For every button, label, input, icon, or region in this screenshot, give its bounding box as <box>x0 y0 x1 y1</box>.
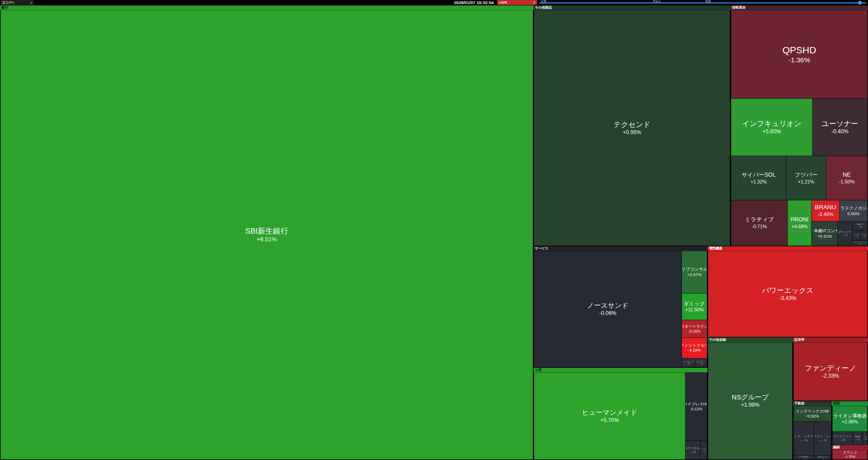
tile-change-pct: -3.43% <box>779 295 796 301</box>
tile-name: 辻・本郷ITコンサル <box>811 228 838 234</box>
live-mode-dropdown[interactable]: LIVE ∨ <box>497 0 537 5</box>
sector-header-other-products: その他製品 <box>533 5 731 10</box>
tile-clinifar[interactable]: クリニファー-.-% <box>832 432 853 445</box>
tile-porto-list[interactable]: ポルトリスト-.-% <box>853 230 861 240</box>
tile-sharing[interactable]: シェアリング-.-% <box>700 441 707 460</box>
tile-name: サイブレスHD <box>685 402 707 407</box>
tile-change-pct: -1.50% <box>839 179 855 185</box>
tile-cybress-hd[interactable]: サイブレスHD-0.12% <box>685 372 707 441</box>
tile-name: ノースサンド <box>587 301 629 310</box>
tile-jwave[interactable]: ジェイウェイブ-.-% <box>682 358 695 367</box>
tile-name: ギミック <box>684 300 705 307</box>
tile-name: NSグループ <box>732 393 769 402</box>
tile-tane-c[interactable]: tane-C-.-% <box>853 221 868 230</box>
tile-name: ユーソナー <box>821 119 858 128</box>
tile-name: QPSHD <box>783 44 816 56</box>
tile-cyber-sol[interactable]: サイバーSOL+1.32% <box>731 156 786 200</box>
tile-name: Jセキュリティ <box>838 230 853 234</box>
tile-change-pct: -.-% <box>821 458 824 460</box>
tile-name: ミラティブ <box>745 216 774 224</box>
tile-hutzper[interactable]: フツパー+1.21% <box>786 156 826 200</box>
tile-actobi[interactable]: アクトビ-.-% <box>861 230 868 240</box>
sector-header-info-communication: 情報通信 <box>731 5 868 10</box>
session-timeline-slider[interactable]: 前場昼休み後場 <box>539 0 866 5</box>
sector-header-securities: 証券等 <box>793 338 868 342</box>
tile-name: MJE <box>855 435 860 438</box>
tile-change-pct: +0.92% <box>806 414 819 418</box>
timeline-track[interactable] <box>539 2 866 4</box>
view-select-dropdown[interactable]: 直近IPO ∨ <box>1 0 33 5</box>
tile-lion-jimuki[interactable]: ライオン事務器+2.88% <box>832 406 868 432</box>
tile-change-pct: +0.21% <box>817 234 832 239</box>
tile-name: テラテクノロジー <box>840 206 868 211</box>
top-toolbar: 直近IPO ∨ 2026/01/07 15:32:04 LIVE ∨ 前場昼休み… <box>0 0 868 5</box>
sector-header-retail: 小売 <box>533 368 708 372</box>
timeline-label-昼休み: 昼休み <box>653 0 661 3</box>
tile-change-pct: -4.19% <box>688 348 701 353</box>
tile-change-pct: +1.98% <box>741 402 760 408</box>
tile-sbi-shinsei-bank[interactable]: SBI新生銀行+6.51% <box>0 10 533 460</box>
tile-terra-technology[interactable]: テラテクノロジー0.00% <box>840 200 868 221</box>
tile-name: NE <box>843 171 851 178</box>
market-timestamp: 2026/01/07 15:32:04 <box>454 0 494 5</box>
tile-ne[interactable]: NE-1.50% <box>826 156 868 200</box>
tile-tsuji-hongo-it[interactable]: 辻・本郷ITコンサル+0.21% <box>811 221 838 246</box>
tile-gimmick[interactable]: ギミック+11.50% <box>682 293 707 320</box>
tile-proni[interactable]: PRONI+4.68% <box>788 200 811 246</box>
tile-power-x[interactable]: パワーエックス-3.43% <box>708 251 868 337</box>
tile-classico[interactable]: クラシコ-1.75% <box>832 450 868 460</box>
tile-name: SBI新生銀行 <box>245 226 288 236</box>
tile-change-pct: +2.67% <box>687 272 702 277</box>
tile-change-pct: +4.68% <box>792 224 808 230</box>
tile-change-pct: -.-% <box>686 363 690 365</box>
tile-northsand[interactable]: ノースサンド-0.06% <box>534 251 682 367</box>
tile-usonar[interactable]: ユーソナー-0.40% <box>812 99 868 156</box>
tile-change-pct: -.-- % <box>800 439 807 442</box>
tile-lurian[interactable]: ルリアン-.-% <box>695 358 707 367</box>
tile-change-pct: -3.49% <box>818 211 834 217</box>
tile-intellex-hd[interactable]: インテリックスHD+0.92% <box>793 406 831 422</box>
tile-name: クラシコ <box>843 451 857 455</box>
sector-header-electric-equipment: 電気機器 <box>708 246 868 251</box>
tile-qpshd[interactable]: QPSHD-1.36% <box>731 10 868 99</box>
tile-techsend[interactable]: テクセンド+0.95% <box>534 10 730 246</box>
tile-mje[interactable]: MJE-.-% <box>853 432 863 445</box>
tile-name: フィットクルー <box>682 343 707 348</box>
sector-header-bank: 銀行 <box>0 5 533 10</box>
tile-infcurion[interactable]: インフキュリオン+5.60% <box>731 99 812 156</box>
tile-j-security[interactable]: Jセキュリティ-.-% <box>838 221 853 246</box>
tile-change-pct: 0.00% <box>848 211 860 216</box>
tile-change-pct: +1.21% <box>798 179 814 185</box>
tile-aitel[interactable]: アイテル-.-% <box>863 432 868 445</box>
tile-sense-trust[interactable]: センス・トラスト-.-- % <box>793 422 814 455</box>
tile-human-made[interactable]: ヒューマンメイド+5.70% <box>534 372 685 460</box>
tile-name: インテリックスHD <box>796 409 829 414</box>
tile-local[interactable]: ローカル-.-% <box>685 441 700 460</box>
tile-plan-do[interactable]: ブラン・ドゥ-.-- % <box>814 422 831 455</box>
tile-change-pct: -.-% <box>702 450 705 452</box>
tile-mirrativ[interactable]: ミラティブ-0.71% <box>731 200 788 246</box>
tile-name: パワーエックス <box>762 286 813 295</box>
tile-ns-group[interactable]: NSグループ+1.98% <box>708 342 793 460</box>
tile-change-pct: -0.06% <box>599 310 616 316</box>
tile-startline[interactable]: スタートライン-3.15% <box>682 320 707 338</box>
market-map-app: 銀行SBI新生銀行+6.51%その他製品テクセンド+0.95%情報通信QPSHD… <box>0 0 868 460</box>
sector-header-real-estate: 不動産 <box>793 401 832 406</box>
sector-header-other-financial: その他金融 <box>708 338 793 342</box>
tile-fundinno[interactable]: ファンディーノ-2.33% <box>793 342 868 401</box>
tile-name: フツパー <box>795 172 818 179</box>
tile-name: サイバーSOL <box>741 172 776 179</box>
timeline-handle[interactable] <box>858 1 862 5</box>
tile-change-pct: -1.75% <box>844 455 855 459</box>
tile-change-pct: -0.40% <box>831 128 849 135</box>
tile-looplace[interactable]: LOOPLACE-.-% <box>793 455 814 460</box>
tile-branu[interactable]: BRANU-3.49% <box>811 200 840 221</box>
tile-live-consulting[interactable]: リブコンサル+2.67% <box>682 251 707 293</box>
tile-change-pct: +6.51% <box>257 236 277 243</box>
tile-change-pct: -.-% <box>690 450 696 454</box>
tile-name: リブコンサル <box>682 267 707 272</box>
tile-change-pct: -2.33% <box>822 373 839 379</box>
tile-kitahama-thinks[interactable]: キタハマシンクス-.-% <box>853 240 868 246</box>
tile-tokyo-lega[interactable]: 東京リーガ-.-% <box>814 455 831 460</box>
tile-fit-crew[interactable]: フィットクルー-4.19% <box>682 338 707 358</box>
